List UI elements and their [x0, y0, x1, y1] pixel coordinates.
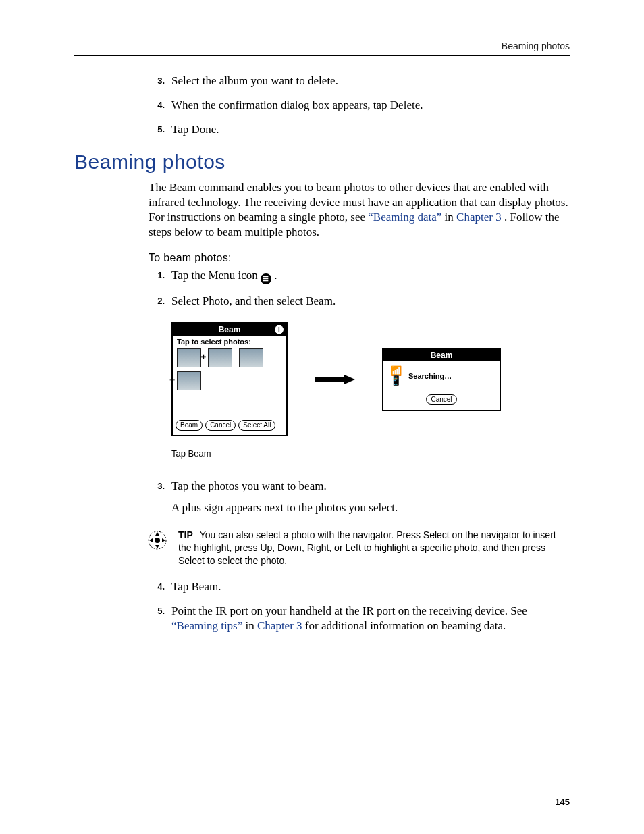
step-number: 4.	[149, 579, 165, 594]
step-number: 4.	[149, 98, 165, 113]
svg-marker-5	[155, 545, 159, 548]
procedure-heading: To beam photos:	[149, 252, 570, 264]
cancel-button: Cancel	[205, 420, 236, 431]
tip-label: TIP	[178, 529, 193, 540]
ordered-list-1: 1. Tap the Menu icon ☰ . 2. Select Photo…	[149, 268, 570, 309]
running-head: Beaming photos	[74, 41, 570, 55]
step-text: Tap Beam.	[171, 579, 570, 594]
beaming-tips-link[interactable]: “Beaming tips”	[171, 619, 242, 632]
beam-button: Beam	[176, 420, 203, 431]
intro-paragraph: The Beam command enables you to beam pho…	[149, 180, 570, 240]
menu-icon: ☰	[261, 273, 271, 284]
caption-text: Tap Beam	[171, 448, 211, 459]
select-all-button: Select All	[238, 420, 275, 431]
step-text: Select the album you want to delete.	[171, 74, 570, 88]
svg-marker-4	[155, 532, 159, 536]
section-heading: Beaming photos	[74, 151, 570, 174]
chapter-3-link[interactable]: Chapter 3	[456, 211, 502, 224]
step5-mid: in	[246, 619, 257, 632]
step-text: Select Photo, and then select Beam.	[171, 294, 570, 309]
page-number: 145	[555, 797, 570, 807]
section-body: The Beam command enables you to beam pho…	[149, 180, 570, 633]
beaming-data-link[interactable]: “Beaming data”	[368, 211, 441, 224]
svg-point-3	[155, 538, 160, 543]
beam-select-screenshot: Beam i Tap to select photos:	[171, 322, 288, 436]
step-number: 5.	[149, 122, 165, 137]
photo-thumbnail-selected	[177, 371, 201, 390]
step3-text: Tap the photos you want to beam.	[171, 479, 327, 492]
figure-1-wrapper: Beam i Tap to select photos:	[171, 322, 288, 436]
ordered-list-2: 3. Tap the photos you want to beam. A pl…	[149, 479, 570, 515]
step-text: Tap Done.	[171, 122, 570, 137]
step-4b: 4. Tap Beam.	[149, 579, 570, 594]
info-icon: i	[275, 325, 284, 334]
tip-body: You can also select a photo with the nav…	[178, 529, 556, 566]
step-number: 1.	[149, 268, 165, 283]
page: Beaming photos 3. Select the album you w…	[0, 0, 644, 834]
step-text: When the confirmation dialog box appears…	[171, 98, 570, 113]
intro-text: in	[445, 211, 456, 224]
figure-row: Beam i Tap to select photos:	[171, 322, 570, 436]
step-3b: 3. Tap the photos you want to beam. A pl…	[149, 479, 570, 515]
step1-post: .	[274, 269, 277, 282]
screenshot-title: Beam	[219, 325, 241, 334]
head-rule	[74, 55, 570, 56]
previous-section-steps: 3. Select the album you want to delete. …	[149, 74, 570, 137]
step-3: 3. Select the album you want to delete.	[149, 74, 570, 88]
screenshot-titlebar: Beam	[383, 349, 500, 361]
photo-thumbnail-selected	[208, 348, 232, 367]
photo-thumbnail	[177, 348, 201, 367]
thumbnail-grid	[173, 346, 286, 417]
ordered-list-prev: 3. Select the album you want to delete. …	[149, 74, 570, 137]
navigator-icon	[147, 530, 167, 553]
step-number: 3.	[149, 479, 165, 494]
ordered-list-3: 4. Tap Beam. 5. Point the IR port on you…	[149, 579, 570, 633]
step5-pre: Point the IR port on your handheld at th…	[171, 604, 527, 617]
step5-post: for additional information on beaming da…	[305, 619, 506, 632]
step-text: Tap the photos you want to beam. A plus …	[171, 479, 570, 515]
svg-marker-6	[149, 538, 153, 542]
status-text: Searching…	[408, 372, 452, 380]
tip-block: TIPYou can also select a photo with the …	[147, 529, 570, 567]
screenshot-titlebar: Beam i	[173, 323, 286, 336]
step1-pre: Tap the Menu icon	[171, 269, 261, 282]
screenshot-button-bar: Beam Cancel Select All	[173, 417, 286, 435]
step-1: 1. Tap the Menu icon ☰ .	[149, 268, 570, 284]
figure-caption: Tap Beam	[171, 448, 570, 459]
beam-searching-screenshot: Beam 📶 📱 Searching… Cancel	[382, 348, 501, 411]
step-text: Tap the Menu icon ☰ .	[171, 268, 570, 284]
step-4: 4. When the confirmation dialog box appe…	[149, 98, 570, 113]
chapter-3-link[interactable]: Chapter 3	[257, 619, 302, 632]
step-number: 3.	[149, 74, 165, 88]
step-text: Point the IR port on your handheld at th…	[171, 604, 570, 633]
tip-text: TIPYou can also select a photo with the …	[178, 529, 570, 567]
svg-rect-0	[315, 377, 344, 382]
step-5b: 5. Point the IR port on your handheld at…	[149, 604, 570, 633]
svg-marker-1	[344, 375, 355, 384]
photo-thumbnail	[239, 348, 263, 367]
step-5: 5. Tap Done.	[149, 122, 570, 137]
step-number: 5.	[149, 604, 165, 619]
ir-beam-icon: 📶 📱	[390, 367, 402, 386]
cancel-button: Cancel	[426, 394, 456, 405]
step-number: 2.	[149, 294, 165, 309]
screenshot-title: Beam	[431, 350, 453, 360]
arrow-icon	[315, 375, 355, 384]
step3-subtext: A plus sign appears next to the photos y…	[171, 500, 570, 515]
screenshot-subtitle: Tap to select photos:	[173, 336, 286, 346]
svg-marker-7	[162, 538, 165, 542]
step-2: 2. Select Photo, and then select Beam.	[149, 294, 570, 309]
